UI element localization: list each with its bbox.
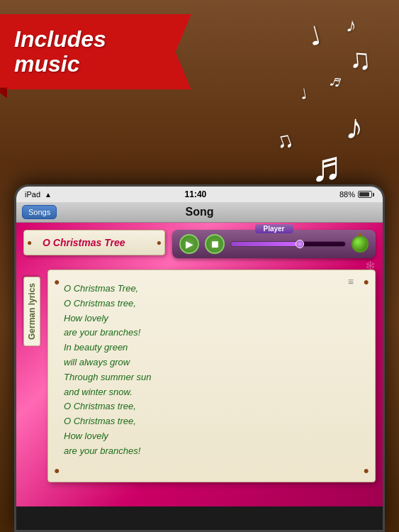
lyrics-card: ≡ O Christmas Tree, O Christmas tree, Ho… — [47, 270, 376, 482]
ipad-device: iPad ▲ 11:40 88% Songs Song ❄ ❄ ❄ ❄ ❄ — [14, 184, 385, 532]
progress-bar[interactable] — [230, 241, 346, 247]
content-row: German lyrics ≡ O Christmas Tree, O Chri… — [23, 270, 376, 482]
songs-back-button[interactable]: Songs — [22, 205, 57, 219]
battery-tip — [373, 193, 374, 196]
music-note-6: ♪ — [344, 106, 366, 148]
nav-bar: Songs Song — [16, 202, 383, 223]
promo-banner: Includes music — [0, 14, 191, 89]
banner-body: Includes music — [0, 14, 191, 89]
wifi-icon: ▲ — [45, 191, 52, 199]
play-button[interactable]: ▶ — [179, 234, 199, 254]
progress-knob[interactable] — [296, 240, 304, 248]
status-time: 11:40 — [185, 189, 207, 199]
ornament-decoration — [352, 235, 369, 253]
music-note-large: ♬ — [310, 142, 342, 191]
lyrics-text: O Christmas Tree, O Christmas tree, How … — [58, 282, 365, 459]
battery-percent: 88% — [339, 190, 355, 199]
progress-fill — [231, 242, 300, 246]
status-right: 88% — [339, 190, 374, 199]
song-title-card: O Christmas Tree — [23, 230, 165, 255]
banner-line1: Includes — [14, 26, 106, 52]
pause-button[interactable]: ⏹ — [205, 234, 225, 254]
battery-icon — [358, 191, 374, 198]
banner-line2: music — [14, 51, 79, 77]
battery-fill — [359, 192, 369, 196]
nav-title: Song — [186, 206, 214, 218]
status-left: iPad ▲ — [25, 190, 52, 199]
device-label: iPad — [25, 190, 40, 199]
player-container: Player ▶ ⏹ — [172, 230, 376, 264]
music-note-3: ♫ — [347, 42, 372, 78]
player-bar: Player ▶ ⏹ — [172, 230, 376, 258]
song-title: O Christmas Tree — [34, 237, 133, 248]
app-screen: ❄ ❄ ❄ ❄ ❄ O Christmas Tree Player ▶ ⏹ — [16, 223, 383, 506]
banner-text: Includes music — [14, 27, 170, 77]
list-icon: ≡ — [348, 276, 354, 287]
player-label: Player — [254, 224, 293, 233]
german-lyrics-tab[interactable]: German lyrics — [23, 277, 40, 346]
battery-body — [358, 191, 372, 198]
